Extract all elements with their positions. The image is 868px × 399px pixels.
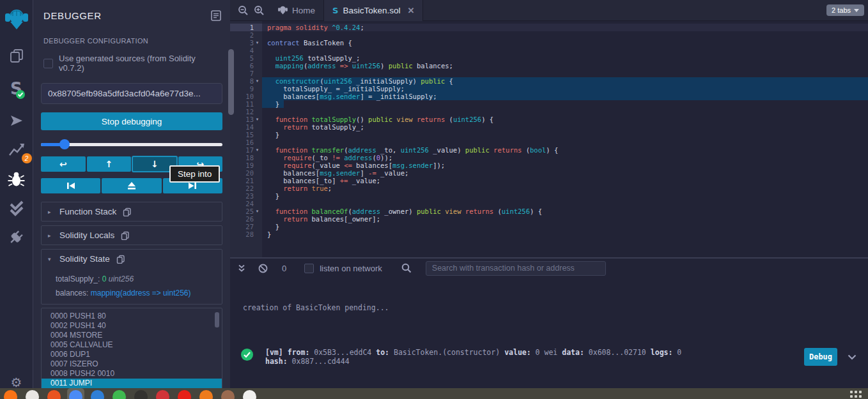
gutter-line-number[interactable]: 7: [230, 70, 262, 77]
gutter-line-number[interactable]: 8▾: [230, 77, 262, 85]
code-line[interactable]: require(_value <= balances[msg.sender]);: [262, 162, 868, 169]
code-line[interactable]: [262, 70, 868, 77]
gutter-line-number[interactable]: 21: [230, 177, 262, 184]
gutter-line-number[interactable]: 5: [230, 54, 262, 62]
code-line[interactable]: return totalSupply_;: [262, 123, 868, 131]
code-line[interactable]: [262, 200, 868, 207]
step-over-back-button[interactable]: ↩: [41, 156, 86, 172]
gutter-line-number[interactable]: 1: [230, 24, 262, 31]
code-line[interactable]: function balanceOf(address _owner) publi…: [262, 207, 868, 215]
tab-home[interactable]: Home: [270, 0, 323, 21]
jump-previous-breakpoint-button[interactable]: [41, 178, 100, 193]
debugger-doc-icon[interactable]: [211, 10, 221, 21]
youtube-icon[interactable]: [178, 390, 191, 399]
sidebar-item-solidity-compiler[interactable]: S: [4, 75, 29, 103]
copy-icon[interactable]: [121, 231, 129, 240]
gutter-line-number[interactable]: 9: [230, 85, 262, 93]
chrome-icon[interactable]: [69, 390, 82, 399]
code-line[interactable]: function transfer(address _to, uint256 _…: [262, 146, 868, 154]
zoom-in-button[interactable]: [254, 5, 265, 16]
gutter-line-number[interactable]: 10: [230, 93, 262, 100]
sidebar-item-plugin-manager[interactable]: [4, 227, 29, 248]
code-line[interactable]: [262, 108, 868, 116]
sidebar-item-static-analysis[interactable]: 2: [4, 138, 29, 161]
code-line[interactable]: balances[msg.sender] -= _value;: [262, 169, 868, 177]
gutter-line-number[interactable]: 13▾: [230, 116, 262, 123]
opcode-row[interactable]: 0000 PUSH1 80: [42, 312, 222, 321]
debug-slider[interactable]: [41, 139, 222, 149]
sidebar-item-deploy-run[interactable]: [4, 111, 29, 130]
opcode-row[interactable]: 0005 CALLVALUE: [42, 340, 222, 350]
gutter-line-number[interactable]: 26: [230, 215, 262, 223]
docker-icon[interactable]: [156, 390, 169, 399]
code-line[interactable]: }: [262, 100, 868, 108]
solidity-state-header[interactable]: ▾ Solidity State: [42, 250, 222, 268]
code-line[interactable]: balances[msg.sender] = _initialSupply;: [262, 93, 868, 100]
vscode-icon[interactable]: [91, 390, 104, 399]
gutter-line-number[interactable]: 18: [230, 154, 262, 162]
code-line[interactable]: uint256 totalSupply_;: [262, 54, 868, 62]
sidebar-item-unit-testing[interactable]: [4, 198, 29, 218]
gutter-line-number[interactable]: 3▾: [230, 39, 262, 47]
gutter-line-number[interactable]: 22: [230, 184, 262, 192]
terminal-search-input[interactable]: [426, 261, 606, 276]
opcode-row[interactable]: 0011 JUMPI: [42, 379, 222, 388]
jump-out-button[interactable]: [102, 178, 161, 193]
code-line[interactable]: contract BasicToken {: [262, 39, 868, 47]
fold-arrow-icon[interactable]: ▾: [254, 147, 261, 153]
opcode-row[interactable]: 0006 DUP1: [42, 350, 222, 359]
gutter-line-number[interactable]: 2: [230, 31, 262, 39]
solidity-locals-header[interactable]: ▸ Solidity Locals: [42, 226, 222, 245]
code-line[interactable]: return true;: [262, 184, 868, 192]
code-line[interactable]: pragma solidity ^0.4.24;: [262, 24, 868, 31]
firefox-icon[interactable]: [4, 390, 17, 399]
browser2-icon[interactable]: [199, 390, 213, 399]
library-icon[interactable]: [221, 390, 235, 399]
tabs-count-dropdown[interactable]: 2 tabs: [826, 4, 864, 16]
media-icon[interactable]: [112, 390, 126, 399]
terminal-icon[interactable]: [134, 390, 148, 399]
gutter-line-number[interactable]: 16: [230, 139, 262, 146]
code-line[interactable]: }: [262, 223, 868, 230]
debug-tx-button[interactable]: Debug: [804, 348, 837, 366]
sidebar-item-debugger[interactable]: [4, 169, 29, 189]
code-line[interactable]: return balances[_owner];: [262, 215, 868, 223]
zoom-out-button[interactable]: [238, 5, 249, 16]
fold-arrow-icon[interactable]: ▾: [254, 40, 261, 45]
gutter-line-number[interactable]: 15: [230, 131, 262, 139]
code-line[interactable]: [262, 47, 868, 54]
opcodes-scrollbar[interactable]: [215, 312, 219, 327]
opcode-row[interactable]: 0008 PUSH2 0010: [42, 369, 222, 379]
code-line[interactable]: function totalSupply() public view retur…: [262, 116, 868, 123]
copy-icon[interactable]: [123, 207, 131, 216]
gutter-line-number[interactable]: 23: [230, 192, 262, 200]
stop-debugging-button[interactable]: Stop debugging: [41, 112, 222, 130]
sidebar-item-file-explorer[interactable]: [4, 45, 29, 66]
gutter-line-number[interactable]: 25▾: [230, 207, 262, 215]
code-line[interactable]: require(_to != address(0));: [262, 154, 868, 162]
code-line[interactable]: }: [262, 131, 868, 139]
remix-logo[interactable]: [4, 3, 29, 36]
gutter-line-number[interactable]: 17▾: [230, 146, 262, 154]
gutter-line-number[interactable]: 11: [230, 100, 262, 108]
fold-arrow-icon[interactable]: ▾: [254, 209, 261, 214]
gutter-line-number[interactable]: 24: [230, 200, 262, 207]
fold-arrow-icon[interactable]: ▾: [254, 117, 261, 122]
opcode-row[interactable]: 0007 ISZERO: [42, 359, 222, 369]
slider-knob[interactable]: [59, 139, 70, 149]
gutter-line-number[interactable]: 27: [230, 223, 262, 230]
transaction-log-row[interactable]: [vm]from: 0x5B3...eddC4to: BasicToken.(c…: [240, 348, 823, 366]
fold-arrow-icon[interactable]: ▾: [254, 79, 261, 84]
show-applications-icon[interactable]: [850, 391, 862, 399]
code-line[interactable]: }: [262, 192, 868, 200]
opcode-row[interactable]: 0002 PUSH1 40: [42, 321, 222, 331]
gutter-line-number[interactable]: 28: [230, 230, 262, 238]
tab-basictoken-sol[interactable]: S BasicToken.sol ✕: [323, 0, 423, 21]
close-tab-icon[interactable]: ✕: [407, 6, 414, 15]
gutter-line-number[interactable]: 12: [230, 108, 262, 116]
gutter-line-number[interactable]: 20: [230, 169, 262, 177]
code-line[interactable]: [262, 139, 868, 146]
function-stack-header[interactable]: ▸ Function Stack: [42, 202, 222, 221]
copy-icon[interactable]: [116, 255, 125, 264]
tx-hash-input[interactable]: 0x88705efb98a5dfd3acfd04a6e77d3e...: [41, 83, 222, 104]
